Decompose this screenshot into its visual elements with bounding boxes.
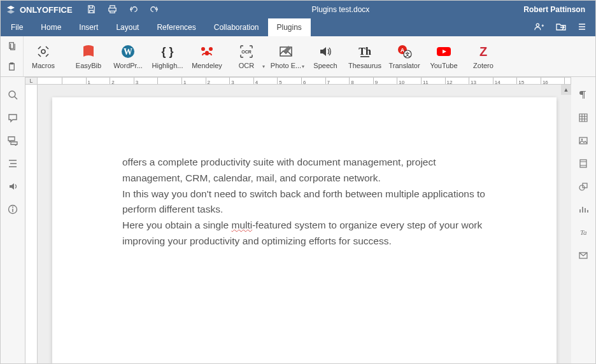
plugin-thesaurus[interactable]: Th Thesaurus: [345, 36, 385, 77]
user-name: Robert Pattinson: [513, 5, 595, 14]
plugin-label: Highligh...: [152, 62, 183, 69]
document-paragraph: In this way you don't need to switch bac…: [122, 186, 486, 218]
navigation-icon[interactable]: [8, 158, 18, 170]
plugin-label: Translator: [388, 62, 420, 69]
speech-icon: [318, 44, 333, 59]
open-location-icon[interactable]: [556, 22, 566, 32]
menu-collaboration[interactable]: Collaboration: [205, 18, 268, 36]
about-icon[interactable]: [8, 204, 18, 216]
menu-home[interactable]: Home: [32, 18, 70, 36]
editor-area: L 1231234567891011121314151617 ▲ offers …: [25, 77, 571, 364]
workspace: L 1231234567891011121314151617 ▲ offers …: [1, 77, 595, 364]
svg-marker-1: [7, 10, 15, 14]
brand-label: ONLYOFFICE: [20, 5, 73, 15]
spellcheck-mark: multi: [231, 220, 252, 230]
svg-text:W: W: [124, 47, 132, 57]
document-page[interactable]: offers a complete productivity suite wit…: [52, 97, 557, 364]
redo-icon[interactable]: [150, 4, 159, 15]
svg-text:{ }: { }: [161, 45, 173, 58]
mail-merge-icon[interactable]: [578, 250, 588, 262]
plugin-translator[interactable]: A文 Translator: [385, 36, 424, 77]
plugin-photo-editor[interactable]: Photo E... ▾: [266, 36, 306, 77]
menu-file[interactable]: File: [2, 18, 32, 36]
horizontal-ruler[interactable]: 1231234567891011121314151617: [38, 77, 571, 85]
menu-plugins[interactable]: Plugins: [268, 18, 311, 36]
plugin-label: Photo E...: [271, 62, 301, 69]
ruler-corner: L: [25, 77, 38, 85]
plugin-youtube[interactable]: YouTube: [424, 36, 464, 77]
menu-layout[interactable]: Layout: [107, 18, 148, 36]
translator-icon: A文: [397, 44, 412, 59]
plugin-speech[interactable]: Speech: [306, 36, 345, 77]
plugin-wordpress[interactable]: W WordPr...: [108, 36, 148, 77]
chevron-down-icon: ▾: [262, 64, 265, 69]
document-paragraph: offers a complete productivity suite wit…: [122, 155, 486, 186]
youtube-icon: [436, 44, 452, 59]
svg-point-2: [536, 24, 539, 26]
svg-point-25: [12, 207, 13, 208]
plugin-label: EasyBib: [76, 62, 101, 69]
copy-icon[interactable]: [1, 36, 23, 57]
svg-point-7: [201, 47, 205, 51]
horizontal-ruler-row: L 1231234567891011121314151617: [25, 77, 571, 85]
paragraph-settings-icon[interactable]: [578, 90, 588, 101]
header-footer-settings-icon[interactable]: [578, 158, 588, 170]
plugin-highlight[interactable]: { } Highligh...: [148, 36, 187, 77]
add-user-icon[interactable]: [534, 22, 544, 32]
brand: ONLYOFFICE: [1, 4, 78, 15]
plugin-mendeley[interactable]: Mendeley: [187, 36, 227, 77]
search-icon[interactable]: [8, 90, 18, 101]
svg-point-8: [209, 47, 213, 51]
chat-icon[interactable]: [8, 136, 18, 147]
zotero-icon: Z: [476, 44, 491, 59]
svg-point-3: [41, 50, 45, 53]
plugin-label: Zotero: [473, 62, 493, 69]
svg-point-21: [9, 91, 15, 97]
plugin-label: Macros: [32, 62, 55, 69]
plugin-row: Macros EasyBib W WordPr... { } Highligh.…: [24, 36, 503, 76]
plugin-easybib[interactable]: EasyBib: [69, 36, 108, 77]
image-settings-icon[interactable]: [578, 136, 588, 147]
svg-rect-28: [580, 160, 586, 167]
document-paragraph: Here you obtain a single multi-featured …: [122, 218, 486, 249]
menu-insert[interactable]: Insert: [70, 18, 107, 36]
easybib-icon: [81, 44, 96, 59]
left-sidebar: [1, 77, 25, 364]
title-quick-actions: [78, 4, 168, 15]
chart-settings-icon[interactable]: [578, 204, 588, 216]
paste-icon[interactable]: [1, 57, 23, 77]
plugin-label: WordPr...: [113, 62, 143, 69]
table-settings-icon[interactable]: [578, 113, 588, 124]
vertical-ruler[interactable]: [25, 85, 38, 364]
plugin-ocr[interactable]: OCR OCR ▾: [227, 36, 266, 77]
document-title: Plugins test.docx: [168, 5, 514, 14]
toolbar-small-buttons: [1, 36, 24, 76]
menu-right-icons: [525, 22, 595, 32]
right-sidebar: Ta: [571, 77, 595, 364]
thesaurus-icon: Th: [357, 44, 372, 59]
comments-icon[interactable]: [8, 113, 18, 124]
menu-references[interactable]: References: [148, 18, 204, 36]
save-icon[interactable]: [87, 4, 96, 15]
hamburger-icon[interactable]: [578, 22, 586, 32]
svg-text:文: 文: [404, 52, 410, 57]
svg-text:OCR: OCR: [241, 50, 252, 54]
svg-text:Ta: Ta: [580, 228, 587, 236]
print-icon[interactable]: [108, 4, 117, 15]
title-bar: ONLYOFFICE Plugins test.docx Robert Patt…: [1, 1, 595, 18]
undo-icon[interactable]: [129, 4, 138, 15]
plugin-toolbar: Macros EasyBib W WordPr... { } Highligh.…: [1, 36, 595, 77]
svg-text:Z: Z: [479, 45, 487, 59]
svg-text:Th: Th: [358, 46, 371, 57]
shape-settings-icon[interactable]: [578, 181, 588, 193]
plugin-zotero[interactable]: Z Zotero: [464, 36, 503, 77]
plugin-label: Thesaurus: [348, 62, 381, 69]
plugin-macros[interactable]: Macros: [24, 36, 63, 77]
scrollbar-up-icon[interactable]: ▲: [561, 85, 571, 95]
wordpress-icon: W: [120, 44, 136, 59]
plugin-label: OCR: [239, 62, 254, 69]
page-scroll-area[interactable]: ▲ offers a complete productivity suite w…: [38, 85, 571, 364]
photo-editor-icon: [278, 44, 294, 59]
text-art-settings-icon[interactable]: Ta: [578, 227, 588, 239]
feedback-icon[interactable]: [8, 181, 18, 193]
